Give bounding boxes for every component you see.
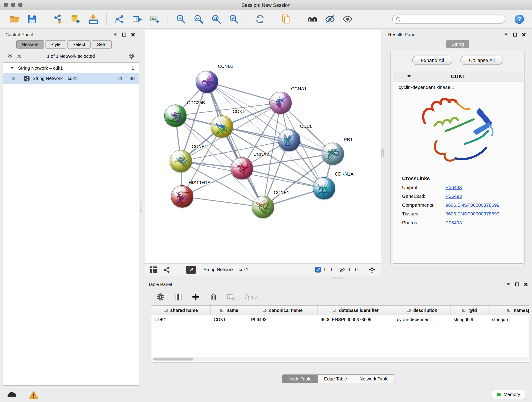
memory-button[interactable]: Memory: [492, 390, 525, 399]
tab-sets[interactable]: Sets: [92, 40, 112, 49]
search-input[interactable]: [403, 17, 501, 22]
delete-column-icon[interactable]: [209, 293, 218, 302]
maximize-window-button[interactable]: [18, 3, 22, 7]
close-panel-icon[interactable]: [131, 32, 135, 37]
network-node-RB1[interactable]: [322, 143, 344, 165]
close-panel-icon[interactable]: [524, 282, 528, 287]
network-node-CCNB1[interactable]: [170, 150, 192, 172]
right-splitter-handle[interactable]: [381, 148, 384, 157]
gene-symbol: CDK1: [393, 73, 523, 79]
expand-all-button[interactable]: Expand All: [412, 56, 452, 65]
float-panel-icon[interactable]: [506, 282, 510, 287]
collapse-all-button[interactable]: Collapse All: [461, 56, 503, 65]
table-cell: CDK1: [151, 315, 210, 324]
tab-style[interactable]: Style: [45, 40, 66, 49]
warning-icon[interactable]: [28, 390, 38, 399]
column-header-database-identifier[interactable]: database identifier: [317, 306, 394, 315]
tab-select[interactable]: Select: [67, 40, 91, 49]
manage-columns-icon[interactable]: [174, 293, 183, 302]
export-image-button[interactable]: [148, 12, 162, 26]
network-node-CDKN1A[interactable]: [313, 177, 335, 200]
zoom-out-button[interactable]: [192, 12, 205, 26]
crosslink-value[interactable]: P06493: [445, 185, 462, 190]
zoom-selected-button[interactable]: [227, 12, 241, 26]
fit-content-icon[interactable]: [363, 266, 376, 274]
network-row-selected[interactable]: String Network – cdk1 11 48: [3, 73, 139, 84]
crosslink-row: GeneCard:P06493: [402, 193, 523, 199]
column-header-shared-name[interactable]: shared name: [151, 306, 210, 315]
crosslink-value[interactable]: P06493: [445, 193, 462, 199]
selected-checkbox-icon[interactable]: [315, 267, 321, 273]
search-box[interactable]: [392, 15, 505, 24]
refresh-layout-button[interactable]: [253, 12, 267, 26]
clone-network-button[interactable]: [279, 12, 293, 26]
tab-network-table[interactable]: Network Table: [353, 374, 395, 383]
scrollbar-thumb[interactable]: [153, 358, 193, 361]
network-node-label-CDKN1A: CDKN1A: [335, 172, 354, 177]
show-all-button[interactable]: [341, 12, 354, 26]
column-header-description[interactable]: description: [394, 306, 450, 315]
save-session-button[interactable]: [25, 12, 39, 26]
tab-edge-table[interactable]: Edge Table: [317, 374, 353, 383]
table-settings-gear-icon[interactable]: [156, 293, 165, 302]
import-table-file-button[interactable]: [87, 12, 100, 26]
cloud-status-icon[interactable]: [7, 390, 17, 399]
maximize-panel-icon[interactable]: [515, 282, 519, 287]
float-panel-icon[interactable]: [504, 32, 508, 37]
table-horizontal-scrollbar[interactable]: [152, 357, 528, 361]
node-table[interactable]: shared namenamecanonical namedatabase id…: [151, 306, 529, 363]
network-node-CDK1[interactable]: [211, 115, 233, 138]
table-row[interactable]: CDK1CDK1P064939606.ENSP00000378699cyclin…: [151, 315, 529, 324]
crosslink-value[interactable]: 9606.ENSP00000378699: [445, 202, 499, 208]
tab-network[interactable]: Network: [16, 40, 44, 49]
table-cell: stringdb: [489, 315, 529, 324]
column-header-canonical-name[interactable]: canonical name: [248, 306, 318, 315]
column-header-name[interactable]: name: [211, 306, 248, 315]
close-panel-icon[interactable]: [522, 32, 526, 37]
float-panel-icon[interactable]: [114, 32, 118, 37]
hide-selected-button[interactable]: [323, 12, 336, 26]
hidden-eye-icon[interactable]: [339, 267, 345, 273]
network-node-CCNB2[interactable]: [196, 70, 218, 93]
close-window-button[interactable]: [4, 3, 8, 7]
left-splitter-handle[interactable]: [140, 203, 142, 212]
share-network-icon[interactable]: [163, 266, 171, 274]
open-session-button[interactable]: [7, 12, 21, 26]
maximize-panel-icon[interactable]: [513, 32, 517, 37]
network-node-CCNE1[interactable]: [252, 196, 274, 218]
column-header-namespace[interactable]: namespace: [489, 306, 529, 315]
zoom-fit-button[interactable]: [209, 12, 223, 26]
network-node-CCNA1[interactable]: [269, 92, 292, 114]
network-options-gear-icon[interactable]: [128, 53, 135, 59]
crosslink-value[interactable]: P06493: [445, 220, 462, 225]
import-network-file-button[interactable]: [51, 12, 65, 26]
bottom-splitter-handle[interactable]: [333, 277, 342, 279]
tab-string[interactable]: String: [446, 40, 469, 48]
help-button[interactable]: ?: [515, 15, 524, 24]
minimize-window-button[interactable]: [11, 3, 15, 7]
control-panel: Control Panel NetworkStyleSelectSets 1 o…: [3, 31, 139, 385]
network-canvas[interactable]: CCNB2CCNA1CDC25BCDK1CDC6RB1CCNB1CCNA2CDK…: [145, 30, 381, 263]
application-window: Session: New Session ? Control Panel Net…: [0, 0, 532, 402]
add-column-icon[interactable]: [191, 293, 200, 302]
network-node-HIST1H1A[interactable]: [171, 185, 193, 208]
zoom-in-button[interactable]: [174, 12, 188, 26]
gene-card-header[interactable]: CDK1: [393, 71, 523, 81]
tree-expander-icon[interactable]: [11, 66, 14, 69]
tab-node-table[interactable]: Node Table: [282, 374, 318, 383]
network-node-CDC25B[interactable]: [164, 104, 187, 127]
crosslink-value[interactable]: 9606.ENSP00000378699: [445, 211, 499, 217]
column-header--id[interactable]: @id: [451, 306, 489, 315]
table-cell: CDK1: [211, 315, 248, 324]
function-builder-icon[interactable]: f(x): [244, 293, 257, 301]
birds-eye-view-icon[interactable]: [150, 266, 158, 274]
network-overview-button[interactable]: [305, 12, 319, 26]
import-network-database-button[interactable]: [69, 12, 82, 26]
network-node-CCNA2[interactable]: [231, 157, 253, 180]
network-node-CDC6[interactable]: [278, 129, 300, 152]
new-network-view-button[interactable]: [113, 12, 126, 26]
open-in-new-window-button[interactable]: [186, 266, 196, 274]
network-collection-row[interactable]: String Network – cdk1 1: [3, 63, 139, 73]
export-network-button[interactable]: [130, 12, 144, 26]
maximize-panel-icon[interactable]: [122, 32, 126, 37]
